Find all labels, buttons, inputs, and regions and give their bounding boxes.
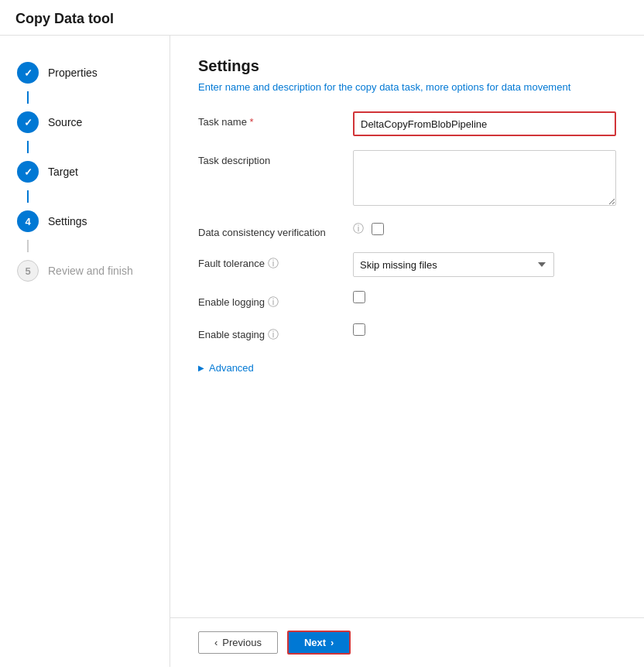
sidebar-item-review[interactable]: 5 Review and finish	[12, 252, 157, 289]
sidebar-item-properties[interactable]: ✓ Properties	[12, 54, 157, 91]
enable-staging-info-icon: ⓘ	[268, 328, 279, 340]
step-circle-settings: 4	[17, 210, 39, 232]
enable-staging-row: Enable staging ⓘ	[198, 323, 616, 342]
sidebar-item-target[interactable]: ✓ Target	[12, 153, 157, 190]
next-button[interactable]: Next ›	[287, 631, 351, 655]
data-consistency-checkbox-row: ⓘ	[353, 222, 616, 236]
task-name-label: Task name *	[198, 111, 353, 128]
enable-logging-control	[353, 291, 616, 306]
section-title: Settings	[198, 57, 616, 75]
sidebar-item-source[interactable]: ✓ Source	[12, 104, 157, 141]
task-name-row: Task name *	[198, 111, 616, 136]
previous-label: Previous	[222, 637, 262, 648]
step-circle-properties: ✓	[17, 62, 39, 84]
fault-tolerance-row: Fault tolerance ⓘ Skip missing files Fai…	[198, 252, 616, 277]
check-icon-target: ✓	[24, 166, 33, 178]
step-number-settings: 4	[25, 216, 30, 227]
data-consistency-control: ⓘ	[353, 222, 616, 236]
enable-staging-checkbox[interactable]	[353, 323, 365, 336]
step-label-target: Target	[48, 166, 78, 178]
data-consistency-info-icon: ⓘ	[353, 222, 364, 236]
enable-logging-checkbox[interactable]	[353, 291, 365, 303]
enable-logging-info-icon: ⓘ	[268, 296, 279, 308]
content-wrapper: Settings Enter name and description for …	[170, 36, 644, 667]
step-circle-target: ✓	[17, 161, 39, 183]
advanced-label: Advanced	[209, 362, 254, 374]
step-label-settings: Settings	[48, 215, 87, 227]
app-title: Copy Data tool	[15, 11, 114, 26]
task-description-row: Task description	[198, 150, 616, 208]
data-consistency-checkbox[interactable]	[372, 223, 384, 235]
enable-logging-label: Enable logging ⓘ	[198, 291, 353, 309]
content-area: Settings Enter name and description for …	[170, 36, 644, 617]
check-icon-source: ✓	[24, 117, 33, 128]
step-label-source: Source	[48, 116, 82, 128]
step-label-review: Review and finish	[48, 265, 133, 277]
step-number-review: 5	[25, 265, 30, 277]
enable-staging-control	[353, 323, 616, 338]
enable-logging-row: Enable logging ⓘ	[198, 291, 616, 309]
section-subtitle: Enter name and description for the copy …	[198, 81, 616, 93]
required-indicator: *	[250, 116, 254, 128]
enable-staging-label: Enable staging ⓘ	[198, 323, 353, 342]
sidebar-item-settings[interactable]: 4 Settings	[12, 203, 157, 240]
fault-tolerance-control: Skip missing files Fail on first error S…	[353, 252, 616, 277]
connector-1	[27, 91, 29, 104]
data-consistency-row: Data consistency verification ⓘ	[198, 222, 616, 238]
task-description-input[interactable]	[353, 150, 616, 206]
task-description-control	[353, 150, 616, 208]
task-name-input[interactable]	[353, 111, 616, 136]
next-label: Next	[304, 637, 326, 648]
next-chevron-icon: ›	[331, 637, 334, 648]
footer: ‹ Previous Next ›	[170, 617, 644, 667]
previous-chevron-icon: ‹	[214, 637, 218, 648]
app-header: Copy Data tool	[0, 0, 644, 36]
previous-button[interactable]: ‹ Previous	[198, 631, 278, 654]
task-description-label: Task description	[198, 150, 353, 166]
task-name-control	[353, 111, 616, 136]
step-circle-source: ✓	[17, 111, 39, 133]
step-circle-review: 5	[17, 260, 39, 282]
connector-4	[27, 240, 29, 252]
data-consistency-label: Data consistency verification	[198, 222, 353, 238]
fault-tolerance-label: Fault tolerance ⓘ	[198, 252, 353, 271]
fault-tolerance-select[interactable]: Skip missing files Fail on first error S…	[353, 252, 554, 277]
step-label-properties: Properties	[48, 67, 98, 79]
check-icon-properties: ✓	[24, 67, 33, 79]
connector-3	[27, 190, 29, 203]
chevron-right-icon: ▶	[198, 364, 204, 372]
advanced-section[interactable]: ▶ Advanced	[198, 362, 616, 374]
fault-tolerance-info-icon: ⓘ	[268, 257, 279, 269]
sidebar: ✓ Properties ✓ Source ✓ Target 4 Setting…	[0, 36, 170, 667]
main-layout: ✓ Properties ✓ Source ✓ Target 4 Setting…	[0, 36, 644, 667]
fault-tolerance-select-wrapper: Skip missing files Fail on first error S…	[353, 252, 554, 277]
connector-2	[27, 141, 29, 153]
